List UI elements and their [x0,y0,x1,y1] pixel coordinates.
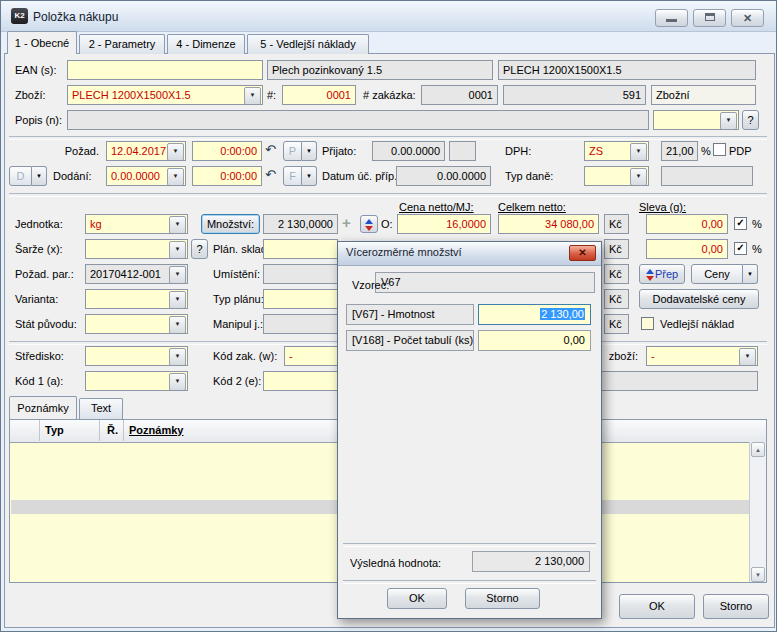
kod-zak-field[interactable]: - [284,346,344,366]
dialog-storno-button[interactable]: Storno [465,588,540,609]
p-mode-button[interactable]: P ▼ [283,141,317,161]
dodavatelske-ceny-button[interactable]: Dodavatelské ceny [639,289,759,309]
popis-combo[interactable]: ▼ [653,110,739,130]
dropdown-arrow-icon[interactable]: ▼ [302,141,317,161]
stat-puvodu-label: Stát původu: [15,317,77,331]
undo-icon[interactable]: ↶ [265,168,276,182]
pdp-label: PDP [729,144,752,158]
dropdown-arrow-icon[interactable]: ▼ [244,87,261,105]
manipul-field [263,314,338,334]
multidimensional-quantity-dialog: Vícerozměrné množství ✕ Vzorec: V67 [V67… [337,241,602,619]
kod1-combo[interactable]: ▼ [85,371,188,391]
col-r[interactable]: Ř. [100,420,124,441]
app-icon: K2 [11,8,28,24]
sleva-pct-checkbox-2[interactable]: ✓ [734,242,747,255]
tab-vedlejsi-naklady[interactable]: 5 - Vedlejší náklady [247,34,369,54]
dropdown-arrow-icon[interactable]: ▼ [630,168,647,186]
jednotka-combo[interactable]: kg ▼ [85,214,188,234]
storno-button[interactable]: Storno [703,594,769,619]
window-title: Položka nákupu [33,10,118,24]
dropdown-arrow-icon[interactable]: ▼ [169,348,186,366]
ean-input[interactable] [67,60,263,80]
sleva-pct-checkbox-1[interactable]: ✓ [734,217,747,230]
purchase-item-window: K2 Položka nákupu ✕ 1 - Obecné 2 - Param… [0,0,777,632]
sarze-help-button[interactable]: ? [191,239,208,259]
separator [9,136,767,140]
dodani-date-combo[interactable]: 0.00.0000 ▼ [106,166,186,186]
pozad-par-combo[interactable]: 20170412-001 ▼ [85,264,188,284]
popis-help-button[interactable]: ? [742,110,759,130]
d-mode-button[interactable]: D ▼ [9,166,47,186]
dropdown-arrow-icon[interactable]: ▼ [720,112,737,130]
vedlejsi-naklad-checkbox[interactable] [641,317,654,330]
col-blank[interactable] [10,420,40,441]
dropdown-arrow-icon[interactable]: ▼ [169,241,186,259]
ceny-button[interactable]: Ceny ▼ [691,264,758,284]
dodani-time-input[interactable]: 0:00:00 [192,166,262,186]
tab-text[interactable]: Text [79,398,123,419]
pozad-date-combo[interactable]: 12.04.2017 ▼ [106,141,186,161]
item-kind-field: Zbožní [651,85,756,105]
celkem-netto-input[interactable]: 34 080,00 [498,214,599,234]
typ-dane-combo[interactable]: ▼ [584,166,649,186]
tab-dimenze[interactable]: 4 - Dimenze [167,34,245,54]
tab-parametry[interactable]: 2 - Parametry [79,34,165,54]
maximize-button[interactable] [693,9,726,27]
pdp-checkbox[interactable] [713,143,726,156]
manipul-label: Manipul j.: [213,317,263,331]
zakazka-label: # zakázka: [363,88,416,102]
sleva-input-1[interactable]: 0,00 [646,214,728,234]
dropdown-arrow-icon[interactable]: ▼ [169,291,186,309]
sleva-input-2[interactable]: 0,00 [646,239,728,259]
scroll-up-icon[interactable]: ▲ [751,442,765,457]
stredisko-combo[interactable]: ▼ [85,346,188,366]
prep-button[interactable]: Přep [639,264,685,284]
dropdown-arrow-icon[interactable]: ▼ [32,166,47,186]
varianta-combo[interactable]: ▼ [85,289,188,309]
dim-input-hmotnost[interactable]: 2 130,00 [478,304,591,325]
navazne-zbozi-combo[interactable]: - ▼ [646,346,758,366]
popis-field[interactable] [67,110,649,130]
table-scrollbar[interactable]: ▲ ▼ [749,442,766,582]
prijato-field: 0.00.0000 [372,141,445,161]
dropdown-arrow-icon[interactable]: ▼ [743,264,758,284]
kod-zak-label: Kód zak. (w): [213,349,277,363]
dropdown-arrow-icon[interactable]: ▼ [739,348,756,366]
dialog-close-button[interactable]: ✕ [569,245,596,261]
col-typ[interactable]: Typ [40,420,100,441]
stat-puvodu-combo[interactable]: ▼ [85,314,188,334]
close-button[interactable]: ✕ [731,9,764,27]
mnozstvi-button[interactable]: Množství: [201,214,260,234]
plan-sklad-field[interactable] [263,239,338,259]
dialog-ok-button[interactable]: OK [387,588,447,609]
dropdown-arrow-icon[interactable]: ▼ [630,143,647,161]
zbozi-label: Zboží: [15,88,46,102]
ok-button[interactable]: OK [619,594,695,619]
dropdown-arrow-icon[interactable]: ▼ [169,266,186,284]
kod2-field[interactable] [263,371,338,391]
datum-uc-field: 0.00.0000 [396,166,491,186]
dropdown-arrow-icon[interactable]: ▼ [302,166,317,186]
minimize-button[interactable] [655,9,688,27]
dim-input-pocet-tabuli[interactable]: 0,00 [478,330,591,351]
dropdown-arrow-icon[interactable]: ▼ [169,316,186,334]
dropdown-arrow-icon[interactable]: ▼ [167,168,184,186]
dropdown-arrow-icon[interactable]: ▼ [167,143,184,161]
dph-combo[interactable]: ZS ▼ [584,141,649,161]
scroll-down-icon[interactable]: ▼ [751,567,765,582]
recalc-button[interactable] [360,215,378,233]
undo-icon[interactable]: ↶ [265,143,276,157]
sarze-combo[interactable]: ▼ [85,239,188,259]
typ-planu-field[interactable] [263,289,338,309]
currency-field: Kč [604,314,629,334]
tab-poznamky[interactable]: Poznámky [9,396,77,419]
tab-obecne[interactable]: 1 - Obecné [7,31,77,54]
hash-input[interactable]: 0001 [282,85,356,105]
zbozi-combo[interactable]: PLECH 1200X1500X1.5 ▼ [67,85,263,105]
f-mode-button[interactable]: F ▼ [283,166,317,186]
dropdown-arrow-icon[interactable]: ▼ [169,216,186,234]
dropdown-arrow-icon[interactable]: ▼ [169,373,186,391]
separator [343,543,596,547]
pozad-time-input[interactable]: 0:00:00 [192,141,262,161]
cena-netto-input[interactable]: 16,0000 [397,214,491,234]
